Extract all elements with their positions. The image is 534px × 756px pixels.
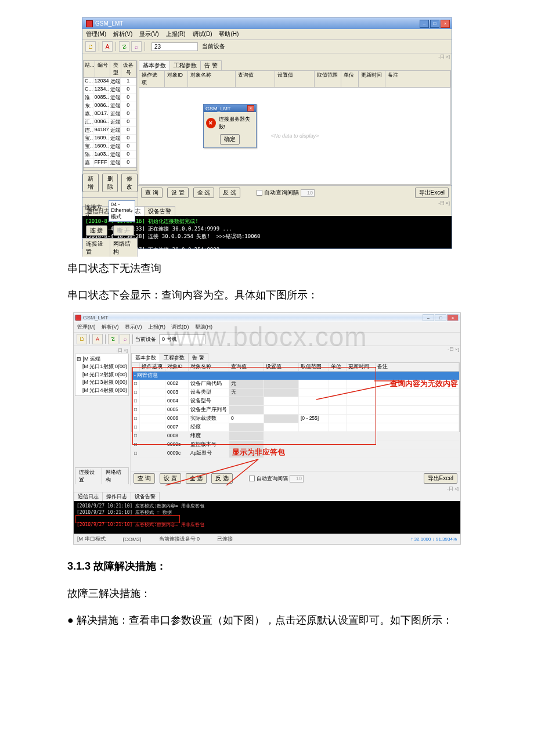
log-console[interactable]: [2010-8-4 10:35:16] 初始化连接数据完成! [2010-8-4… <box>82 216 452 249</box>
tree-item[interactable]: [M 光口2射频 0(00) <box>77 371 127 379</box>
auto-query-interval[interactable]: 10 <box>290 475 304 483</box>
device-list-row[interactable]: 陈...1a03...近端0 <box>84 151 136 159</box>
device-list-row[interactable]: 连...941872近端0 <box>84 127 136 135</box>
tab-eng[interactable]: 工程参数 <box>160 353 189 362</box>
toolbar-icon-3[interactable]: ☡ <box>119 41 129 52</box>
param-grid-2[interactable]: 操作选项 对象ID 对象名称 查询值 设置值 取值范围 单位 更新时间 备注 -… <box>131 362 460 432</box>
toolbar-icon-4[interactable]: ⌕ <box>131 41 142 52</box>
param-row[interactable]: □0005设备生产序列号 <box>132 406 459 415</box>
left-tab-net[interactable]: 网络结构 <box>102 467 129 484</box>
add-button[interactable]: 新增 <box>82 174 99 192</box>
toolbar-icon-2[interactable]: A <box>102 41 113 52</box>
device-list-row[interactable]: 嘉...0D17...近端0 <box>84 110 136 118</box>
menu-view[interactable]: 显示(V) <box>139 30 158 38</box>
tab-eng[interactable]: 工程参数 <box>169 60 201 70</box>
param-row[interactable]: □0007经度 <box>132 423 459 432</box>
conn-mode-combo[interactable]: 04 - Ethernet模式 ▾ <box>109 200 135 222</box>
menu-manage[interactable]: 管理(M) <box>77 323 96 331</box>
selall-button[interactable]: 全 选 <box>193 188 215 198</box>
menubar: 管理(M) 解析(V) 显示(V) 上报(R) 调试(D) 帮助(H) <box>82 29 452 40</box>
param-row[interactable]: □0006实际载波数0[0 - 255] <box>132 415 459 423</box>
minimize-button[interactable]: – <box>423 314 434 321</box>
set-button[interactable]: 设 置 <box>167 188 189 198</box>
device-list-row[interactable]: 嘉FFFF近端0 <box>84 159 136 167</box>
status-mode: 串口模式 <box>85 536 106 542</box>
inv-button[interactable]: 反 选 <box>219 188 240 198</box>
device-tree[interactable]: ⊟ [M 远端 [M 光口1射频 0(00) [M 光口2射频 0(00) [M… <box>75 354 129 396</box>
current-device-field[interactable]: 23 <box>151 42 198 51</box>
device-list-grid[interactable]: 站... 编号 类型 设备号 C...120341远端1C...1234...近… <box>83 60 137 171</box>
export-excel-button[interactable]: 导出Excel <box>415 188 449 198</box>
tab-alarm[interactable]: 告 警 <box>200 60 222 70</box>
set-button[interactable]: 设 置 <box>160 473 181 484</box>
tree-item[interactable]: [M 光口1射频 0(00) <box>77 363 127 371</box>
edit-button[interactable]: 修改 <box>121 174 138 192</box>
maximize-button[interactable]: □ <box>430 20 439 28</box>
inv-button[interactable]: 反 选 <box>211 473 233 484</box>
menu-help[interactable]: 帮助(H) <box>195 323 213 331</box>
toolbar-icon-1[interactable]: 🗋 <box>85 41 96 52</box>
log-tab-alarm[interactable]: 设备告警 <box>131 492 160 501</box>
status-bar: [M 串口模式 (COM3) 当前连接设备号 0 已连接 ↑ 32.1000 ↓… <box>74 534 460 544</box>
device-list-row[interactable]: C...1234...近端0 <box>84 86 136 94</box>
device-list-row[interactable]: 东...0086...近端0 <box>84 102 136 110</box>
export-excel-button[interactable]: 导出Excel <box>424 473 457 484</box>
menu-debug[interactable]: 调试(D) <box>193 30 212 38</box>
menu-report[interactable]: 上报(R) <box>148 323 166 331</box>
tab-basic[interactable]: 基本参数 <box>131 353 160 362</box>
minimize-button[interactable]: – <box>420 20 429 28</box>
maximize-button[interactable]: □ <box>435 314 446 321</box>
left-tab-conn[interactable]: 连接设置 <box>82 239 110 257</box>
menu-view[interactable]: 显示(V) <box>125 323 142 331</box>
red-annotation-box-logs <box>75 515 180 523</box>
left-tab-net[interactable]: 网络结构 <box>110 239 138 257</box>
device-list-row[interactable]: 江...0086...近端0 <box>84 118 136 127</box>
left-tree-panel: -日 ×] ⊟ [M 远端 [M 光口1射频 0(00) [M 光口2射频 0(… <box>74 346 131 485</box>
dialog-ok-button[interactable]: 确定 <box>220 134 240 145</box>
close-button[interactable]: × <box>441 20 450 28</box>
auto-query-interval[interactable]: 10 <box>301 189 315 197</box>
dialog-close-button[interactable]: × <box>247 105 254 111</box>
selall-button[interactable]: 全 选 <box>186 473 207 484</box>
delete-button[interactable]: 删除 <box>102 174 118 192</box>
menu-parse[interactable]: 解析(V) <box>113 30 132 38</box>
auto-query-checkbox[interactable] <box>257 190 262 196</box>
toolbar-icon-1[interactable]: 🗋 <box>77 334 87 344</box>
disconnect-button[interactable]: 断 开 <box>113 225 135 236</box>
window-title: GSM_LMT <box>95 20 123 27</box>
log-tab-oper[interactable]: 操作日志 <box>102 492 131 501</box>
log-console-2[interactable]: [2010/9/27 10:21:10] 应答模式:数据内容= 用非应答包 [2… <box>74 501 460 534</box>
query-button[interactable]: 查 询 <box>141 188 163 198</box>
device-list-row[interactable]: 淮...0085...近端0 <box>84 94 136 102</box>
menu-report[interactable]: 上报(R) <box>166 30 186 38</box>
toolbar-icon-2[interactable]: A <box>92 334 103 344</box>
left-tab-conn[interactable]: 连接设置 <box>75 467 102 484</box>
param-row[interactable]: □0004设备型号 <box>132 397 459 406</box>
log-tab-comm[interactable]: 通信日志 <box>74 492 103 501</box>
menu-manage[interactable]: 管理(M) <box>86 30 106 38</box>
para-fault3: 故障三解决措施： <box>46 582 488 606</box>
param-row[interactable]: □0003设备类型无 <box>132 388 459 397</box>
device-list-row[interactable]: C...120341远端1 <box>84 78 136 86</box>
chevron-down-icon: ▾ <box>131 209 133 214</box>
query-button[interactable]: 查 询 <box>134 473 155 484</box>
menu-parse[interactable]: 解析(V) <box>102 323 119 331</box>
tree-item[interactable]: [M 光口4射频 0(00) <box>77 387 127 395</box>
close-button[interactable]: × <box>447 314 459 321</box>
tab-basic[interactable]: 基本参数 <box>139 60 170 70</box>
app-icon <box>75 315 81 321</box>
log-tab-alarm[interactable]: 设备告警 <box>144 206 175 216</box>
para-solution: ● 解决措施：查看串口参数设置（如下图），点击还原默认设置即可。如下图所示： <box>46 609 488 632</box>
device-list-row[interactable]: 宝...1609...近端0 <box>84 143 136 151</box>
auto-query-checkbox[interactable] <box>249 476 255 481</box>
connect-button[interactable]: 连 接 <box>86 225 107 236</box>
menu-help[interactable]: 帮助(H) <box>219 30 239 38</box>
toolbar-icon-3[interactable]: ☡ <box>108 334 118 344</box>
menu-debug[interactable]: 调试(D) <box>171 323 189 331</box>
tab-alarm[interactable]: 告 警 <box>188 353 208 362</box>
auto-query-label: 自动查询间隔 <box>257 475 288 483</box>
device-list-row[interactable]: 宝...1609...近端0 <box>84 135 136 143</box>
tree-item[interactable]: [M 光口3射频 0(00) <box>77 379 127 387</box>
dialog-text: 连接服务器失败! <box>219 116 254 131</box>
toolbar-icon-4[interactable]: ⌕ <box>120 334 130 344</box>
